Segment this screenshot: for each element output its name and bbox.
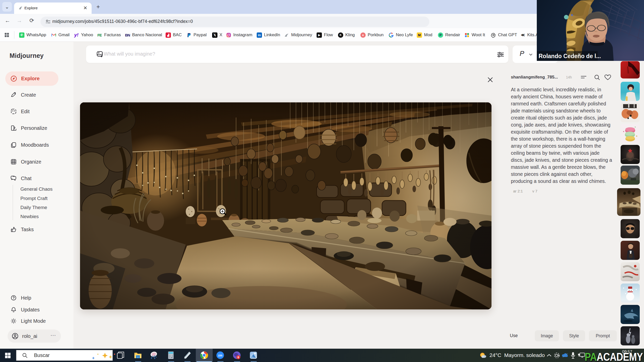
svg-text:zm: zm [218,354,222,357]
svg-text:6: 6 [238,356,239,359]
svg-text:Rolando Cedeño de l...: Rolando Cedeño de l... [539,53,601,59]
